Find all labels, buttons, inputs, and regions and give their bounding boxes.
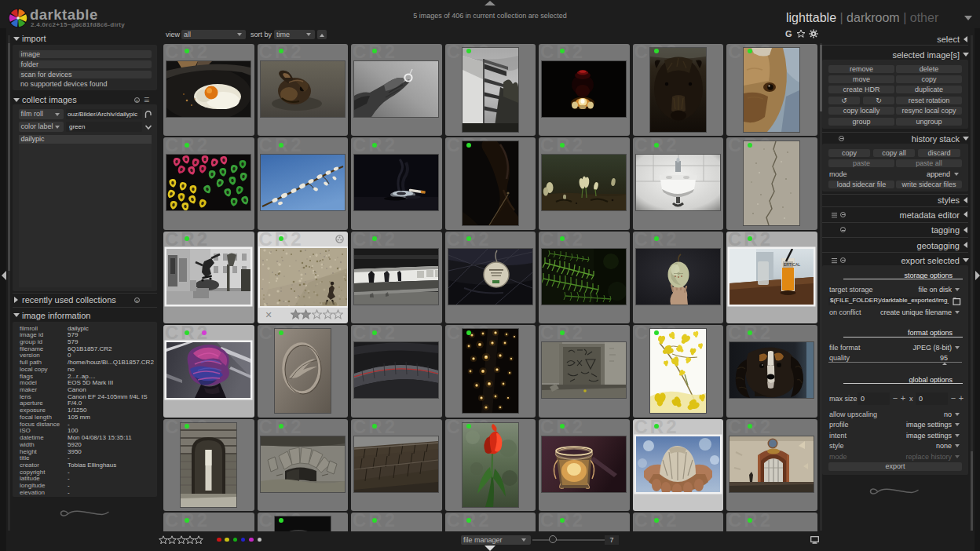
- svg-text:ERTICAL: ERTICAL: [784, 262, 800, 267]
